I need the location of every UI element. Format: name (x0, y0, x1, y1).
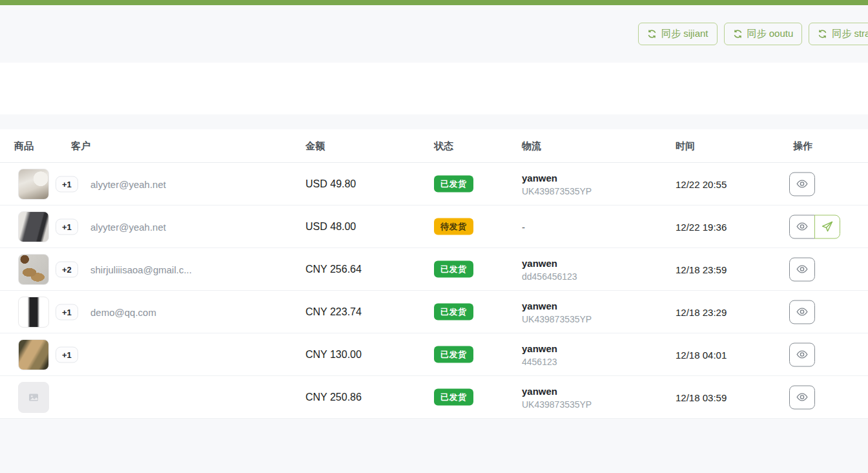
quantity-badge[interactable]: +2 (56, 261, 78, 277)
quantity-badge[interactable]: +1 (56, 304, 78, 320)
table-row: +1 CNY 130.00 已发货 yanwen 4456123 12/18 0… (0, 333, 868, 376)
tracking-number: 4456123 (522, 356, 557, 366)
order-amount: CNY 250.86 (305, 392, 362, 403)
table-header: 商品 客户 金额 状态 物流 时间 操作 (0, 129, 868, 163)
product-thumbnail[interactable] (18, 169, 49, 200)
table-row: CNY 250.86 已发货 yanwen UK439873535YP 12/1… (0, 376, 868, 419)
product-thumbnail[interactable] (18, 254, 49, 285)
tracking-number: UK439873535YP (522, 399, 592, 409)
sync-store-sijiant-button[interactable]: 同步 sijiant (638, 23, 718, 45)
sync-button-label: 同步 strare (832, 28, 868, 40)
quantity-badge[interactable]: +1 (56, 176, 78, 192)
carrier-name: yanwen (522, 342, 557, 353)
sync-icon (733, 29, 743, 39)
header-logistics: 物流 (522, 140, 541, 152)
eye-icon (796, 391, 809, 404)
product-thumbnail[interactable] (18, 297, 49, 328)
header-product: 商品 (14, 140, 34, 152)
sync-store-strare-button[interactable]: 同步 strare (809, 23, 868, 45)
sync-icon (818, 29, 827, 39)
tracking-number: UK439873535YP (522, 313, 592, 324)
carrier-name: yanwen (522, 385, 592, 396)
order-time: 12/18 03:59 (676, 392, 727, 403)
sync-button-label: 同步 ooutu (747, 28, 794, 40)
view-order-button[interactable] (789, 172, 815, 196)
eye-icon (796, 348, 809, 361)
eye-icon (796, 263, 809, 276)
sync-icon (647, 29, 657, 39)
row-actions (789, 172, 815, 196)
order-amount: CNY 256.64 (305, 264, 362, 275)
product-thumbnail[interactable] (18, 211, 49, 242)
logistics-cell: yanwen dd456456123 (522, 257, 577, 281)
carrier-name: yanwen (522, 172, 592, 183)
view-order-button[interactable] (789, 257, 815, 281)
header-actions: 操作 (793, 140, 812, 152)
tracking-number: dd456456123 (522, 271, 577, 281)
table-row: +1 alyyter@yeah.net USD 48.00 待发货 - 12/2… (0, 205, 868, 248)
logistics-cell: yanwen UK439873535YP (522, 300, 592, 324)
row-actions (789, 385, 815, 409)
quantity-badge[interactable]: +1 (56, 218, 78, 235)
eye-icon (796, 306, 809, 319)
table-body: +1 alyyter@yeah.net USD 49.80 已发货 yanwen… (0, 163, 868, 419)
order-time: 12/18 23:59 (676, 264, 727, 275)
filter-bar: 全部店铺 全部状态 共 6 单 (0, 63, 868, 114)
sync-toolbar: 同步 sijiant 同步 ooutu 同步 strare (638, 23, 868, 45)
ship-order-button[interactable] (814, 215, 840, 238)
status-badge: 已发货 (434, 175, 473, 193)
customer-email: alyyter@yeah.net (90, 178, 166, 189)
table-row: +1 demo@qq.com CNY 223.74 已发货 yanwen UK4… (0, 291, 868, 333)
sync-button-label: 同步 sijiant (661, 28, 708, 40)
product-thumbnail[interactable] (18, 382, 49, 413)
order-amount: CNY 223.74 (305, 306, 362, 318)
header-status: 状态 (434, 140, 453, 152)
customer-email: demo@qq.com (90, 306, 156, 317)
order-management-page: { "colors": { "topbar_green": "#7aa74d",… (0, 0, 868, 473)
table-row: +2 shirjuliiisaoa@gmail.c... CNY 256.64 … (0, 248, 868, 291)
order-time: 12/22 20:55 (676, 178, 727, 189)
row-actions (789, 257, 815, 281)
row-actions (789, 342, 815, 366)
table-row: +1 alyyter@yeah.net USD 49.80 已发货 yanwen… (0, 163, 868, 205)
customer-email: alyyter@yeah.net (90, 221, 166, 232)
view-order-button[interactable] (789, 385, 815, 409)
order-time: 12/18 23:29 (676, 306, 727, 317)
order-amount: USD 48.00 (305, 221, 356, 233)
carrier-name: yanwen (522, 257, 577, 268)
logistics-cell: yanwen 4456123 (522, 342, 557, 366)
carrier-name: - (522, 221, 525, 232)
top-accent-bar (0, 0, 868, 5)
status-badge: 已发货 (434, 388, 473, 406)
sync-store-ooutu-button[interactable]: 同步 ooutu (724, 23, 803, 45)
quantity-badge[interactable]: +1 (56, 346, 78, 363)
view-order-button[interactable] (789, 215, 815, 238)
header-time: 时间 (676, 140, 695, 152)
image-placeholder-icon (28, 392, 39, 403)
customer-email: shirjuliiisaoa@gmail.c... (90, 264, 192, 275)
status-badge: 已发货 (434, 346, 473, 363)
row-actions (789, 300, 815, 324)
orders-table: 商品 客户 金额 状态 物流 时间 操作 +1 alyyter@yeah.net… (0, 129, 868, 419)
logistics-cell: yanwen UK439873535YP (522, 385, 592, 409)
eye-icon (796, 178, 809, 191)
logistics-cell: yanwen UK439873535YP (522, 172, 592, 196)
row-actions (789, 215, 840, 238)
paper-plane-icon (821, 220, 834, 233)
carrier-name: yanwen (522, 300, 592, 311)
order-amount: CNY 130.00 (305, 349, 362, 361)
header-amount: 金额 (305, 140, 325, 152)
order-amount: USD 49.80 (305, 178, 356, 190)
status-badge: 已发货 (434, 260, 473, 278)
product-thumbnail[interactable] (18, 339, 49, 370)
header-customer: 客户 (71, 140, 90, 152)
view-order-button[interactable] (789, 300, 815, 324)
logistics-cell: - (522, 221, 525, 232)
eye-icon (796, 220, 809, 233)
tracking-number: UK439873535YP (522, 185, 592, 196)
order-time: 12/22 19:36 (676, 221, 727, 232)
order-time: 12/18 04:01 (676, 349, 727, 360)
status-badge: 待发货 (434, 218, 473, 235)
status-badge: 已发货 (434, 303, 473, 321)
view-order-button[interactable] (789, 342, 815, 366)
